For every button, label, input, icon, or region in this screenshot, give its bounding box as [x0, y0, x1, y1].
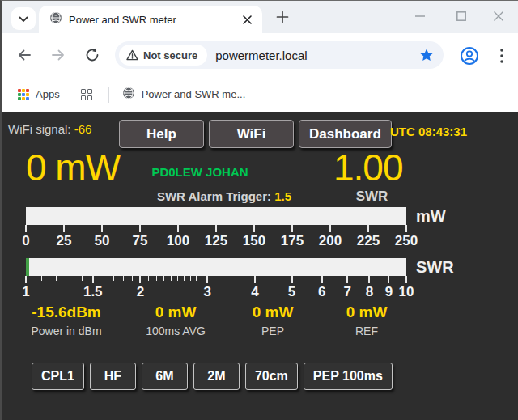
browser-toolbar: Not secure powermeter.local — [2, 33, 518, 77]
mode-cpl1-button[interactable]: CPL1 — [32, 363, 84, 390]
tick — [291, 276, 293, 283]
minor-tick — [163, 276, 164, 281]
wifi-signal-label: WiFi signal: — [8, 122, 71, 136]
mode-6m-button[interactable]: 6M — [142, 363, 188, 390]
swr-meter-ticks — [26, 276, 406, 284]
browser-window: Power and SWR meter — [0, 0, 518, 420]
apps-grid-icon[interactable] — [18, 89, 29, 100]
minor-tick — [171, 276, 172, 281]
minimize-icon — [414, 10, 427, 25]
back-arrow-icon — [16, 47, 32, 66]
page-content: WiFi signal: -66 HelpWiFiDashboard UTC 0… — [2, 112, 518, 420]
tab-close-button[interactable] — [240, 12, 254, 27]
tick — [405, 225, 407, 232]
tick — [291, 225, 293, 232]
mode-pep-100ms-button[interactable]: PEP 100ms — [304, 363, 393, 390]
tick — [405, 276, 407, 283]
apps-shortcut[interactable]: Apps — [36, 88, 60, 100]
minor-tick — [156, 276, 157, 281]
profile-avatar-icon[interactable] — [460, 46, 479, 66]
minor-tick — [190, 276, 191, 281]
swr-meter-fill — [26, 258, 29, 276]
swr-meter-bar — [26, 258, 406, 276]
tick — [63, 225, 65, 232]
tick — [139, 225, 141, 232]
tick — [139, 276, 141, 283]
tick — [329, 225, 331, 232]
minor-tick — [177, 276, 178, 281]
tick — [346, 276, 348, 283]
readout-power-in-dbm: -15.6dBmPower in dBm — [10, 303, 123, 337]
minor-tick — [148, 276, 149, 281]
readout-value: 0 mW — [119, 303, 232, 321]
tick-label: 100 — [167, 233, 189, 249]
swr-meter-scale: 11.52345678910 — [26, 284, 406, 300]
power-meter-unit-label: mW — [416, 207, 446, 226]
three-dot-menu-icon[interactable] — [494, 46, 510, 66]
tick-label: 3 — [204, 284, 211, 300]
tick-label: 0 — [22, 233, 29, 249]
address-bar[interactable]: Not secure powermeter.local — [115, 41, 444, 69]
security-chip-label: Not secure — [143, 49, 197, 62]
forward-arrow-icon — [50, 47, 66, 66]
minor-tick — [123, 276, 124, 281]
back-button[interactable] — [15, 46, 34, 66]
window-minimize-button[interactable] — [410, 7, 430, 27]
tick-label: 150 — [243, 233, 265, 249]
window-maximize-button[interactable] — [452, 7, 471, 27]
new-tab-button[interactable] — [274, 9, 291, 27]
reload-icon — [84, 47, 100, 66]
mode-2m-button[interactable]: 2M — [193, 363, 240, 390]
tick — [388, 276, 389, 283]
tick — [25, 276, 27, 283]
globe-icon — [49, 11, 62, 28]
url-text[interactable]: powermeter.local — [215, 49, 418, 62]
minor-tick — [132, 276, 133, 281]
tick-label: 2 — [137, 284, 144, 300]
mode-buttons: CPL1HF6M2M70cmPEP 100ms — [32, 363, 393, 390]
tab-search-button[interactable] — [11, 7, 36, 30]
power-meter-scale: 0255075100125150175200225250 — [26, 233, 406, 249]
utc-clock: UTC 08:43:31 — [390, 125, 467, 138]
mode-70cm-button[interactable]: 70cm — [245, 363, 298, 390]
minor-tick — [202, 276, 202, 281]
swr-caption: SWR — [325, 189, 418, 205]
callsign: PD0LEW JOHAN — [135, 165, 265, 179]
forward-button[interactable] — [49, 46, 68, 66]
nav-dashboard-button[interactable]: Dashboard — [299, 120, 392, 148]
tab-groups-icon[interactable] — [81, 89, 92, 100]
security-chip[interactable]: Not secure — [119, 45, 207, 66]
tick-label: 8 — [366, 284, 373, 300]
tick-label: 1.5 — [83, 284, 103, 300]
tick — [25, 225, 27, 232]
swr-alarm-trigger: SWR Alarm Trigger: 1.5 — [119, 189, 329, 203]
reload-button[interactable] — [83, 46, 102, 66]
tick — [92, 276, 94, 283]
tick-label: 200 — [319, 233, 342, 249]
bookmark-star-icon[interactable] — [418, 46, 435, 64]
tick-label: 9 — [385, 284, 393, 300]
minor-tick — [104, 276, 104, 281]
tick-label: 250 — [395, 233, 418, 249]
nav-help-button[interactable]: Help — [119, 120, 204, 148]
browser-tab[interactable]: Power and SWR meter — [39, 6, 262, 33]
minor-tick — [184, 276, 185, 281]
tick — [367, 225, 369, 232]
tick-label: 5 — [288, 284, 295, 300]
swr-alarm-label: SWR Alarm Trigger: — [157, 189, 271, 203]
mode-hf-button[interactable]: HF — [90, 363, 136, 390]
tab-strip: Power and SWR meter — [2, 1, 518, 33]
nav-wifi-button[interactable]: WiFi — [209, 120, 294, 148]
tick-label: 10 — [399, 284, 414, 300]
wifi-signal: WiFi signal: -66 — [8, 122, 91, 136]
bookmark-item[interactable]: Power and SWR me... — [122, 87, 246, 103]
close-icon — [492, 10, 505, 25]
readout-label: Power in dBm — [10, 325, 123, 337]
window-close-button[interactable] — [489, 7, 508, 27]
nav-buttons: HelpWiFiDashboard — [119, 120, 392, 148]
minor-tick — [82, 276, 83, 281]
tick — [177, 225, 179, 232]
readout-label: REF — [310, 325, 423, 337]
bookmarks-bar: Apps Power and SWR me... — [2, 77, 518, 112]
tick — [101, 225, 103, 232]
